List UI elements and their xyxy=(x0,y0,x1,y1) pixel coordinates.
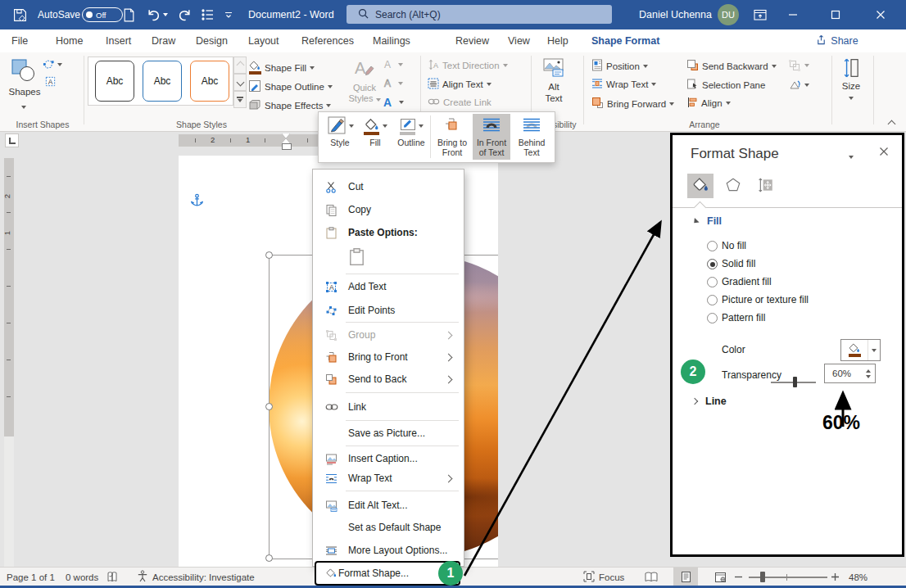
autosave-toggle[interactable]: Off xyxy=(82,0,123,29)
word-count[interactable]: 0 words xyxy=(66,568,98,586)
shape-handle-middle-left[interactable] xyxy=(265,403,273,410)
align-button[interactable]: Align xyxy=(686,97,731,110)
menu-item-link[interactable]: Link xyxy=(314,396,461,418)
radio-picture-fill[interactable] xyxy=(707,295,718,305)
tab-file[interactable]: File xyxy=(11,29,28,52)
zoom-out-button[interactable] xyxy=(734,568,743,586)
save-icon[interactable] xyxy=(13,0,27,29)
collapse-ribbon-button[interactable] xyxy=(889,118,895,129)
shape-fill-button[interactable]: Shape Fill xyxy=(248,61,315,75)
menu-item-more-layout-options[interactable]: More Layout Options... xyxy=(314,539,461,562)
mini-fill-button[interactable]: Fill xyxy=(359,114,392,160)
send-backward-button[interactable]: Send Backward xyxy=(686,59,777,73)
redo-button[interactable] xyxy=(177,0,192,29)
menu-item-bring-to-front[interactable]: Bring to Front xyxy=(314,346,461,369)
menu-item-cut[interactable]: Cut xyxy=(314,175,461,198)
menu-item-wrap-text[interactable]: Wrap Text xyxy=(314,467,461,490)
maximize-button[interactable] xyxy=(822,0,849,29)
avatar[interactable]: DU xyxy=(718,0,739,29)
mini-in-front-of-text-button[interactable]: In Front of Text xyxy=(473,114,510,160)
proofing-icon[interactable] xyxy=(106,568,118,586)
zoom-in-button[interactable] xyxy=(831,568,840,586)
fill-section-header[interactable]: Fill xyxy=(692,215,722,227)
radio-solid-fill[interactable] xyxy=(707,259,718,269)
color-dropdown-arrow[interactable] xyxy=(867,340,880,360)
pane-tab-fill-line[interactable] xyxy=(687,174,713,198)
close-button[interactable] xyxy=(867,0,895,29)
more-commands-chevron[interactable] xyxy=(224,0,233,29)
size-button[interactable]: Size xyxy=(834,57,868,102)
radio-label-no-fill[interactable]: No fill xyxy=(722,240,746,251)
menu-item-send-to-back[interactable]: Send to Back xyxy=(314,368,461,391)
selection-pane-button[interactable]: Selection Pane xyxy=(686,78,765,92)
tab-layout[interactable]: Layout xyxy=(248,29,279,52)
shape-handle-top-left[interactable] xyxy=(265,251,273,259)
ribbon-display-options-icon[interactable] xyxy=(754,0,767,29)
zoom-slider-thumb[interactable] xyxy=(760,572,765,582)
text-box-icon[interactable]: A xyxy=(44,75,57,90)
tab-draw[interactable]: Draw xyxy=(152,29,175,52)
pane-tab-layout-properties[interactable] xyxy=(753,174,779,198)
menu-item-edit-points[interactable]: Edit Points xyxy=(314,299,461,322)
pane-close-icon[interactable] xyxy=(879,147,889,159)
tab-home[interactable]: Home xyxy=(56,29,83,52)
quick-styles-button[interactable]: A QuickStyles xyxy=(348,57,381,104)
mini-behind-text-button[interactable]: Behind Text xyxy=(512,114,551,160)
tab-insert[interactable]: Insert xyxy=(106,29,131,52)
read-mode-button[interactable] xyxy=(639,568,664,586)
tab-design[interactable]: Design xyxy=(196,29,228,52)
shape-style-blue[interactable]: Abc xyxy=(143,61,182,102)
edit-shape-button[interactable] xyxy=(43,58,62,70)
new-document-icon[interactable] xyxy=(123,0,135,29)
gallery-up-button[interactable] xyxy=(233,57,247,74)
group-objects-button[interactable] xyxy=(788,59,809,72)
text-direction-button[interactable]: A Text Direction xyxy=(428,59,508,72)
accessibility-checker[interactable]: Accessibility: Investigate xyxy=(137,568,255,586)
undo-button[interactable] xyxy=(147,0,168,29)
transparency-spinbox[interactable]: 60% xyxy=(824,364,876,383)
wrap-text-button[interactable]: Wrap Text xyxy=(591,78,656,91)
shape-style-black[interactable]: Abc xyxy=(95,61,134,102)
tab-review[interactable]: Review xyxy=(455,29,489,52)
indent-markers[interactable] xyxy=(282,133,292,150)
web-layout-button[interactable] xyxy=(708,568,732,586)
gallery-more-button[interactable] xyxy=(233,91,247,108)
radio-label-pattern-fill[interactable]: Pattern fill xyxy=(722,312,765,323)
search-input[interactable]: Search (Alt+Q) xyxy=(347,5,612,24)
shapes-button-label[interactable]: Shapes xyxy=(5,87,44,97)
align-text-button[interactable]: Align Text xyxy=(428,78,492,91)
pane-tab-effects[interactable] xyxy=(720,174,746,198)
menu-item-copy[interactable]: Copy xyxy=(314,198,461,221)
ruler-tab-selector[interactable] xyxy=(5,133,19,147)
bring-forward-button[interactable]: Bring Forward xyxy=(591,97,674,111)
menu-item-set-as-default-shape[interactable]: Set as Default Shape xyxy=(314,516,461,539)
tab-shape-format[interactable]: Shape Format xyxy=(591,29,659,54)
bullet-list-icon[interactable] xyxy=(202,0,215,29)
vertical-ruler-lower[interactable] xyxy=(4,436,14,567)
radio-gradient-fill[interactable] xyxy=(707,277,718,287)
pane-options-chevron[interactable] xyxy=(849,150,854,161)
spinner-arrows[interactable] xyxy=(862,364,875,382)
tab-references[interactable]: References xyxy=(301,29,354,52)
minimize-button[interactable] xyxy=(779,0,807,29)
shape-handle-bottom-left[interactable] xyxy=(265,554,273,562)
tab-view[interactable]: View xyxy=(508,29,530,52)
transparency-value[interactable]: 60% xyxy=(825,369,862,378)
menu-item-edit-alt-text[interactable]: Edit Alt Text... xyxy=(314,494,461,517)
vertical-ruler[interactable]: 2 1 xyxy=(4,158,14,436)
print-layout-button[interactable] xyxy=(673,568,698,586)
text-outline-button[interactable]: A xyxy=(383,78,403,89)
alt-text-button[interactable]: AltText xyxy=(532,57,575,105)
mini-style-button[interactable]: Style xyxy=(322,114,358,160)
paste-option-button[interactable] xyxy=(346,245,367,268)
page-indicator[interactable]: Page 1 of 1 xyxy=(7,568,55,586)
shape-outline-button[interactable]: Shape Outline xyxy=(248,79,333,94)
focus-button[interactable]: Focus xyxy=(583,568,624,586)
tab-mailings[interactable]: Mailings xyxy=(373,29,410,52)
fill-color-button[interactable] xyxy=(840,339,881,361)
text-fill-button[interactable]: A xyxy=(383,59,403,70)
menu-item-save-as-picture[interactable]: Save as Picture... xyxy=(314,422,461,445)
radio-label-gradient-fill[interactable]: Gradient fill xyxy=(722,276,772,287)
radio-no-fill[interactable] xyxy=(707,241,718,251)
transparency-slider-thumb[interactable] xyxy=(793,377,797,387)
